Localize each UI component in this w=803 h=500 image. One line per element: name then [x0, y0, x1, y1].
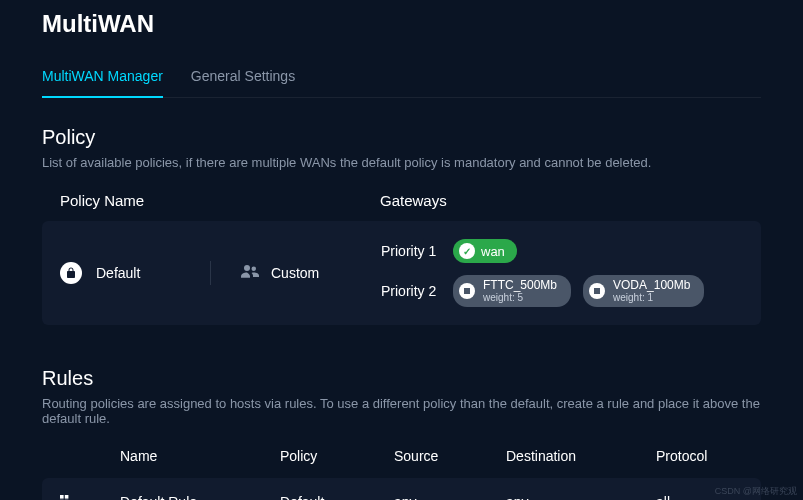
tabs: MultiWAN Manager General Settings: [42, 56, 761, 98]
rule-destination: any: [506, 494, 656, 500]
stop-icon: [589, 283, 605, 299]
priority-1-label: Priority 1: [381, 243, 441, 259]
svg-rect-3: [65, 495, 69, 499]
rules-section-description: Routing policies are assigned to hosts v…: [42, 396, 761, 426]
gateway-name: FTTC_500Mb: [483, 279, 557, 292]
rules-header-name: Name: [120, 448, 280, 464]
gateways-cell: Priority 1 ✓ wan Priority 2 FTTC_500Mb w…: [381, 239, 704, 307]
rules-table-header: Name Policy Source Destination Protocol: [42, 448, 761, 464]
rules-header-destination: Destination: [506, 448, 656, 464]
policy-name-text: Default: [96, 265, 140, 281]
rules-header-policy: Policy: [280, 448, 394, 464]
tab-general-settings[interactable]: General Settings: [191, 56, 295, 97]
svg-point-1: [252, 267, 257, 272]
priority-2-row: Priority 2 FTTC_500Mb weight: 5 VODA_100…: [381, 275, 704, 307]
rule-row[interactable]: Default Rule Default any any all: [42, 478, 761, 500]
policy-header-gateways: Gateways: [380, 192, 447, 209]
policy-row[interactable]: Default Custom Priority 1 ✓ wan: [42, 221, 761, 325]
check-icon: ✓: [459, 243, 475, 259]
gateway-badge-voda: VODA_100Mb weight: 1: [583, 275, 704, 307]
divider: [210, 261, 211, 285]
rules-header-protocol: Protocol: [656, 448, 736, 464]
policy-custom-label: Custom: [271, 265, 319, 281]
gateway-name: VODA_100Mb: [613, 279, 690, 292]
gateway-badge-fttc: FTTC_500Mb weight: 5: [453, 275, 571, 307]
policy-custom-cell: Custom: [241, 264, 381, 282]
policy-section-description: List of available policies, if there are…: [42, 155, 761, 170]
priority-1-row: Priority 1 ✓ wan: [381, 239, 704, 263]
rule-policy: Default: [280, 494, 394, 500]
page-title: MultiWAN: [42, 10, 761, 38]
wan-badge: ✓ wan: [453, 239, 517, 263]
policy-section-title: Policy: [42, 126, 761, 149]
policy-section: Policy List of available policies, if th…: [42, 126, 761, 325]
svg-rect-2: [60, 495, 64, 499]
wan-badge-label: wan: [481, 244, 505, 259]
rules-section-title: Rules: [42, 367, 761, 390]
lock-icon: [60, 262, 82, 284]
gateway-weight: weight: 5: [483, 292, 557, 303]
watermark: CSDN @网络研究观: [715, 485, 797, 498]
rule-name: Default Rule: [120, 494, 280, 500]
priority-2-label: Priority 2: [381, 283, 441, 299]
gateway-weight: weight: 1: [613, 292, 690, 303]
policy-name-cell: Default: [60, 262, 210, 284]
svg-point-0: [244, 265, 250, 271]
rules-header-source: Source: [394, 448, 506, 464]
policy-header-name: Policy Name: [60, 192, 380, 209]
stop-icon: [459, 283, 475, 299]
people-icon: [241, 264, 259, 282]
rules-section: Rules Routing policies are assigned to h…: [42, 367, 761, 500]
drag-handle-icon[interactable]: [60, 494, 120, 500]
rule-source: any: [394, 494, 506, 500]
tab-multiwan-manager[interactable]: MultiWAN Manager: [42, 56, 163, 98]
policy-table-header: Policy Name Gateways: [42, 192, 761, 209]
